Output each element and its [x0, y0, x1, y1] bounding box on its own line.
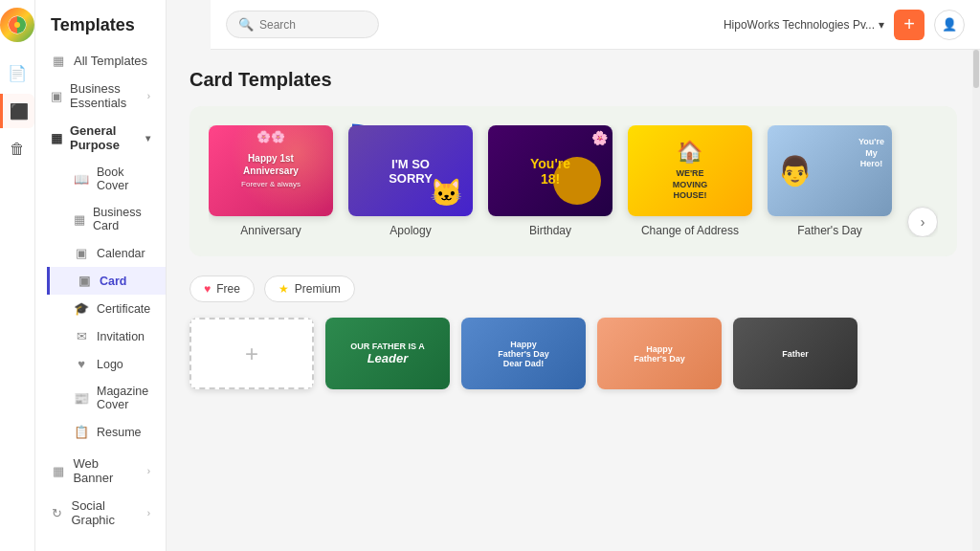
invitation-icon: ✉ — [74, 329, 89, 343]
sidebar-item-card[interactable]: ▣ Card — [47, 267, 166, 295]
sidebar-icon-trash[interactable]: 🗑 — [0, 132, 34, 166]
content-area: 🔍 HipoWorks Technologies Pv... ▾ + 👤 Car… — [167, 0, 980, 551]
sidebar-item-magazine-cover[interactable]: 📰 Magazine Cover — [47, 378, 166, 418]
sidebar-item-web-banner[interactable]: ▦ Web Banner › — [35, 450, 166, 492]
chevron-down-icon: ▾ — [145, 133, 150, 143]
birthday-label: Birthday — [529, 224, 571, 237]
sidebar-item-all-templates[interactable]: ▦ All Templates — [35, 47, 166, 75]
heart-icon: ♥ — [204, 282, 211, 296]
main-content: Card Templates — [167, 50, 980, 551]
card-icon: ▣ — [77, 274, 92, 288]
template-fathers-day[interactable]: 👨 You'reMyHero! Father's Day — [768, 125, 892, 237]
topbar-right: HipoWorks Technologies Pv... ▾ + 👤 — [724, 10, 965, 40]
bottom-thumb-peach[interactable]: HappyFather's Day — [597, 318, 722, 389]
search-input[interactable] — [259, 18, 367, 32]
page-title: Card Templates — [189, 69, 957, 91]
filter-free-button[interactable]: ♥ Free — [189, 276, 255, 302]
green-thumb-text: OUR FATHER IS ALeader — [350, 342, 425, 365]
company-chevron-icon: ▾ — [879, 18, 884, 32]
sidebar-item-calendar[interactable]: ▣ Calendar — [47, 239, 166, 267]
general-purpose-icon: ▦ — [51, 131, 62, 145]
sidebar-item-invitation[interactable]: ✉ Invitation — [47, 322, 166, 350]
template-thumb-apology: I'M SOSORRY 🐱 — [348, 125, 473, 216]
search-icon: 🔍 — [238, 17, 254, 32]
user-button[interactable]: 👤 — [934, 10, 965, 40]
scrollbar-thumb[interactable] — [973, 50, 979, 88]
bottom-thumb-green[interactable]: OUR FATHER IS ALeader — [325, 318, 450, 389]
app-logo[interactable] — [0, 8, 34, 42]
template-thumb-anniversary: Happy 1stAnniversaryForever & always 🌸🌸 — [209, 125, 333, 216]
scrollbar-track — [972, 50, 980, 551]
calendar-icon: ▣ — [74, 246, 89, 260]
templates-section: Happy 1stAnniversaryForever & always 🌸🌸 … — [189, 106, 957, 256]
sidebar-item-certificate[interactable]: 🎓 Certificate — [47, 295, 166, 322]
template-anniversary[interactable]: Happy 1stAnniversaryForever & always 🌸🌸 … — [209, 125, 333, 237]
resume-icon: 📋 — [74, 425, 89, 439]
add-new-icon: + — [189, 318, 314, 389]
sidebar-icon-layers[interactable]: ⬛ — [0, 94, 34, 128]
social-graphic-icon: ↻ — [51, 506, 63, 520]
template-apology[interactable]: I'M SOSORRY 🐱 Apology — [348, 125, 473, 237]
bottom-thumbnails: + OUR FATHER IS ALeader HappyFather's Da… — [189, 318, 957, 389]
star-icon: ★ — [278, 282, 289, 296]
sidebar: Templates ▦ All Templates ▣ Business Ess… — [35, 0, 167, 551]
next-button[interactable]: › — [907, 207, 938, 237]
template-birthday[interactable]: 🌸 You're18! Birthday — [488, 125, 612, 237]
company-name: HipoWorks Technologies Pv... ▾ — [724, 18, 884, 32]
topbar: 🔍 HipoWorks Technologies Pv... ▾ + 👤 — [211, 0, 980, 50]
template-thumb-birthday: 🌸 You're18! — [488, 125, 612, 216]
app-layout: 📄 ⬛ 🗑 Templates ▦ All Templates ▣ Busine… — [0, 0, 980, 551]
sidebar-icon-file[interactable]: 📄 — [0, 55, 34, 90]
filter-row: ♥ Free ★ Premium — [189, 276, 957, 302]
social-graphic-chevron: › — [147, 508, 150, 518]
search-box[interactable]: 🔍 — [226, 11, 379, 38]
web-banner-icon: ▦ — [51, 464, 65, 478]
sidebar-item-resume[interactable]: 📋 Resume — [47, 418, 166, 446]
fathers-label: Father's Day — [797, 224, 862, 237]
templates-scroll: Happy 1stAnniversaryForever & always 🌸🌸 … — [209, 125, 938, 237]
filter-premium-button[interactable]: ★ Premium — [264, 276, 355, 302]
bottom-thumb-add[interactable]: + — [189, 318, 314, 389]
chevron-right-icon: › — [147, 91, 150, 101]
sidebar-title: Templates — [35, 11, 166, 47]
sidebar-section-general[interactable]: ▦ General Purpose ▾ — [35, 117, 166, 159]
template-thumb-address: 🏠 WE'REMOVINGHOUSE! — [628, 125, 752, 216]
gray-thumb-text: Father — [782, 349, 809, 359]
bottom-thumb-blue[interactable]: HappyFather's DayDear Dad! — [461, 318, 586, 389]
template-thumb-fathers: 👨 You'reMyHero! — [768, 125, 892, 216]
blue-thumb-text: HappyFather's DayDear Dad! — [498, 340, 549, 368]
sidebar-item-business-card[interactable]: ▦ Business Card — [47, 199, 166, 239]
fathers-text: You'reMyHero! — [858, 137, 884, 170]
certificate-icon: 🎓 — [74, 301, 89, 316]
sidebar-item-book-cover[interactable]: 📖 Book Cover — [47, 159, 166, 199]
add-button[interactable]: + — [894, 10, 924, 40]
template-change-address[interactable]: 🏠 WE'REMOVINGHOUSE! Change of Address — [628, 125, 752, 237]
anniversary-text: Happy 1stAnniversaryForever & always — [241, 152, 301, 189]
peach-thumb-text: HappyFather's Day — [634, 344, 685, 364]
all-templates-icon: ▦ — [51, 54, 66, 68]
logo-icon: ♥ — [74, 357, 89, 371]
apology-cat-icon: 🐱 — [430, 177, 463, 209]
web-banner-chevron: › — [147, 466, 150, 476]
sidebar-sub-items: 📖 Book Cover ▦ Business Card ▣ Calendar … — [35, 159, 166, 446]
sidebar-item-social-graphic[interactable]: ↻ Social Graphic › — [35, 492, 166, 534]
apology-label: Apology — [390, 224, 431, 237]
birthday-flowers-icon: 🌸 — [591, 130, 608, 145]
business-card-icon: ▦ — [74, 212, 85, 227]
address-label: Change of Address — [641, 224, 739, 237]
apology-text: I'M SOSORRY — [389, 157, 433, 186]
icon-bar: 📄 ⬛ 🗑 — [0, 0, 35, 551]
magazine-cover-icon: 📰 — [74, 391, 89, 406]
bottom-thumb-gray[interactable]: Father — [733, 318, 858, 389]
sidebar-item-logo[interactable]: ♥ Logo — [47, 350, 166, 378]
sidebar-item-business-essentials[interactable]: ▣ Business Essentials › — [35, 75, 166, 117]
book-cover-icon: 📖 — [74, 172, 89, 187]
svg-point-1 — [14, 22, 20, 28]
anniversary-label: Anniversary — [240, 224, 301, 237]
business-essentials-icon: ▣ — [51, 89, 62, 103]
address-text: WE'REMOVINGHOUSE! — [673, 168, 708, 202]
birthday-text: You're18! — [530, 156, 570, 187]
